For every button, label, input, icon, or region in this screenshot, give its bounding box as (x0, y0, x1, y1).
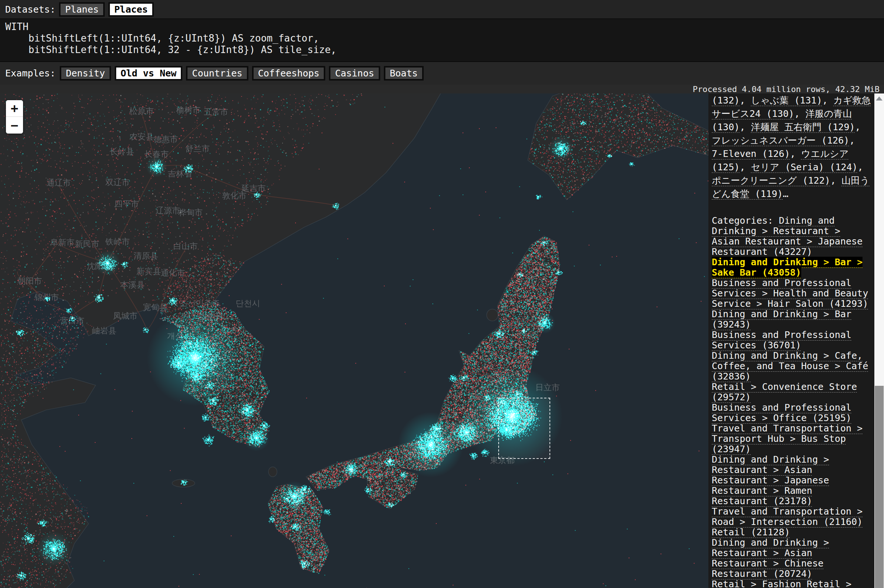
zoom-in-button[interactable]: + (6, 100, 23, 117)
category-link[interactable]: Travel and Transportation > Transport Hu… (712, 423, 863, 454)
category-link[interactable]: Travel and Transportation > Road > Inter… (712, 506, 863, 527)
category-link[interactable]: Business and Professional Services > Off… (712, 402, 851, 423)
content-area: + − (132), しゃぶ葉 (131), カギ救急サービス24 (130),… (0, 93, 884, 588)
brand-link[interactable]: 洋麺屋 五右衛門 (129) (751, 122, 855, 132)
brand-link[interactable]: ポニークリーニング (122) (712, 175, 830, 186)
category-link[interactable]: Business and Professional Services > Hea… (712, 278, 868, 309)
category-link[interactable]: Dining and Drinking > Restaurant > Asian… (712, 454, 829, 506)
category-link-selected[interactable]: Dining and Drinking > Bar > Sake Bar (43… (712, 257, 863, 278)
examples-bar: Examples: DensityOld vs NewCountriesCoff… (0, 61, 884, 85)
categories-label: Categories: (712, 215, 779, 226)
category-link[interactable]: Dining and Drinking > Bar (39243) (712, 309, 851, 330)
category-link[interactable]: Retail (21128) (712, 527, 790, 537)
brand-link[interactable]: (132) (712, 95, 740, 106)
category-link[interactable]: Dining and Drinking > Cafe, Coffee, and … (712, 350, 868, 382)
example-button-density[interactable]: Density (60, 66, 111, 81)
datasets-button-group: PlanesPlaces (59, 2, 158, 17)
query-status-bar: Processed 4.04 million rows, 42.32 MiB (0, 85, 884, 93)
zoom-out-button[interactable]: − (6, 117, 23, 134)
dataset-button-places[interactable]: Places (108, 2, 154, 17)
category-link[interactable]: Retail > Convenience Store (29572) (712, 381, 857, 402)
example-button-countries[interactable]: Countries (186, 66, 248, 81)
processed-rows-status: Processed 4.04 million rows, 42.32 MiB (693, 85, 879, 94)
dataset-button-planes[interactable]: Planes (59, 2, 104, 17)
examples-button-group: DensityOld vs NewCountriesCoffeeshopsCas… (60, 66, 427, 81)
category-link[interactable]: Business and Professional Services (3670… (712, 329, 851, 351)
categories-list: Categories: Dining and Drinking > Restau… (712, 216, 871, 588)
brands-list: (132), しゃぶ葉 (131), カギ救急サービス24 (130), 洋服の… (712, 94, 871, 201)
example-button-boats[interactable]: Boats (384, 66, 424, 81)
category-link[interactable]: Dining and Drinking > Restaurant > Asian… (712, 537, 829, 579)
brand-link[interactable]: 7-Eleven (126) (712, 148, 790, 159)
brand-link[interactable]: セリア (Seria) (124) (751, 162, 857, 172)
sql-query-text[interactable]: WITH bitShiftLeft(1::UInt64, {z:UInt8}) … (5, 21, 884, 56)
map-canvas[interactable] (0, 93, 708, 588)
map-viewport[interactable]: + − (0, 93, 708, 588)
example-button-casinos[interactable]: Casinos (329, 66, 380, 81)
example-button-old-vs-new[interactable]: Old vs New (115, 66, 183, 81)
datasets-label: Datasets: (5, 4, 55, 15)
sql-query-editor[interactable]: WITH bitShiftLeft(1::UInt64, {z:UInt8}) … (0, 18, 884, 61)
results-sidebar: (132), しゃぶ葉 (131), カギ救急サービス24 (130), 洋服の… (708, 93, 874, 588)
examples-label: Examples: (5, 68, 55, 79)
scrollbar-up-arrow[interactable] (876, 96, 882, 100)
example-button-coffeeshops[interactable]: Coffeeshops (252, 66, 326, 81)
map-zoom-control: + − (6, 100, 23, 134)
datasets-bar: Datasets: PlanesPlaces (0, 0, 884, 18)
brand-link[interactable]: フレッシュネスバーガー (126) (712, 135, 849, 146)
map-selection-rectangle (498, 398, 550, 459)
brand-link[interactable]: しゃぶ葉 (131) (751, 95, 822, 106)
scrollbar-thumb[interactable] (875, 386, 884, 588)
sidebar-scrollbar[interactable] (874, 93, 884, 588)
category-link[interactable]: Retail > Fashion Retail > Clothing Store… (712, 579, 851, 588)
